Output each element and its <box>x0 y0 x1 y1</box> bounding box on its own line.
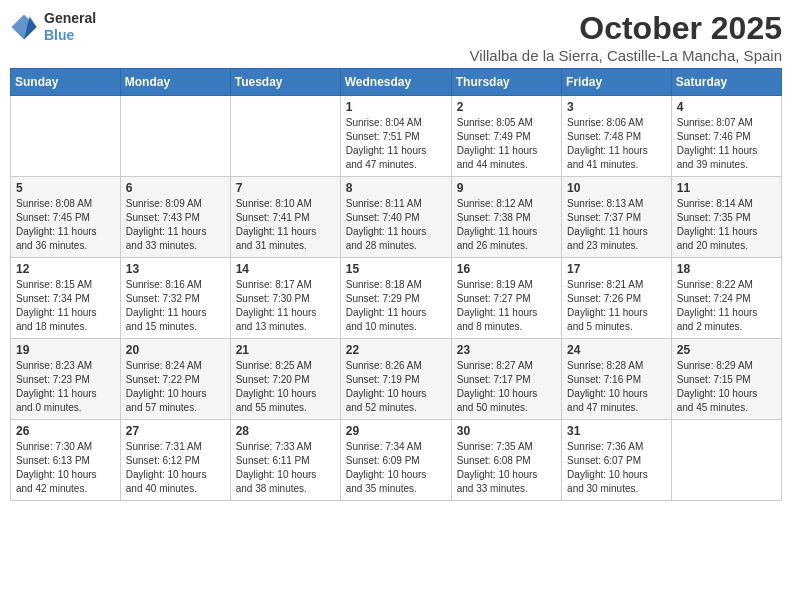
day-number: 29 <box>346 424 446 438</box>
day-info: Sunrise: 8:27 AM Sunset: 7:17 PM Dayligh… <box>457 359 556 415</box>
weekday-header-sunday: Sunday <box>11 69 121 96</box>
calendar-cell: 23Sunrise: 8:27 AM Sunset: 7:17 PM Dayli… <box>451 339 561 420</box>
calendar-cell: 7Sunrise: 8:10 AM Sunset: 7:41 PM Daylig… <box>230 177 340 258</box>
day-info: Sunrise: 8:29 AM Sunset: 7:15 PM Dayligh… <box>677 359 776 415</box>
calendar-cell: 26Sunrise: 7:30 AM Sunset: 6:13 PM Dayli… <box>11 420 121 501</box>
day-number: 15 <box>346 262 446 276</box>
header: General Blue October 2025 Villalba de la… <box>10 10 782 64</box>
weekday-header-monday: Monday <box>120 69 230 96</box>
day-info: Sunrise: 8:22 AM Sunset: 7:24 PM Dayligh… <box>677 278 776 334</box>
day-info: Sunrise: 8:21 AM Sunset: 7:26 PM Dayligh… <box>567 278 666 334</box>
calendar-cell: 10Sunrise: 8:13 AM Sunset: 7:37 PM Dayli… <box>562 177 672 258</box>
day-number: 13 <box>126 262 225 276</box>
calendar-cell: 18Sunrise: 8:22 AM Sunset: 7:24 PM Dayli… <box>671 258 781 339</box>
calendar-cell: 9Sunrise: 8:12 AM Sunset: 7:38 PM Daylig… <box>451 177 561 258</box>
day-number: 3 <box>567 100 666 114</box>
calendar-cell: 3Sunrise: 8:06 AM Sunset: 7:48 PM Daylig… <box>562 96 672 177</box>
weekday-header-saturday: Saturday <box>671 69 781 96</box>
calendar-cell: 25Sunrise: 8:29 AM Sunset: 7:15 PM Dayli… <box>671 339 781 420</box>
week-row-3: 12Sunrise: 8:15 AM Sunset: 7:34 PM Dayli… <box>11 258 782 339</box>
week-row-2: 5Sunrise: 8:08 AM Sunset: 7:45 PM Daylig… <box>11 177 782 258</box>
day-number: 18 <box>677 262 776 276</box>
day-info: Sunrise: 8:28 AM Sunset: 7:16 PM Dayligh… <box>567 359 666 415</box>
day-info: Sunrise: 8:16 AM Sunset: 7:32 PM Dayligh… <box>126 278 225 334</box>
calendar-cell <box>671 420 781 501</box>
day-number: 28 <box>236 424 335 438</box>
calendar-cell: 20Sunrise: 8:24 AM Sunset: 7:22 PM Dayli… <box>120 339 230 420</box>
day-info: Sunrise: 8:15 AM Sunset: 7:34 PM Dayligh… <box>16 278 115 334</box>
day-number: 30 <box>457 424 556 438</box>
weekday-header-wednesday: Wednesday <box>340 69 451 96</box>
day-number: 20 <box>126 343 225 357</box>
logo: General Blue <box>10 10 96 44</box>
logo-icon <box>10 13 38 41</box>
weekday-header-row: SundayMondayTuesdayWednesdayThursdayFrid… <box>11 69 782 96</box>
day-number: 26 <box>16 424 115 438</box>
day-info: Sunrise: 7:31 AM Sunset: 6:12 PM Dayligh… <box>126 440 225 496</box>
day-number: 1 <box>346 100 446 114</box>
day-info: Sunrise: 8:11 AM Sunset: 7:40 PM Dayligh… <box>346 197 446 253</box>
day-info: Sunrise: 8:26 AM Sunset: 7:19 PM Dayligh… <box>346 359 446 415</box>
day-number: 24 <box>567 343 666 357</box>
day-info: Sunrise: 8:07 AM Sunset: 7:46 PM Dayligh… <box>677 116 776 172</box>
day-number: 11 <box>677 181 776 195</box>
calendar-cell: 11Sunrise: 8:14 AM Sunset: 7:35 PM Dayli… <box>671 177 781 258</box>
day-number: 21 <box>236 343 335 357</box>
day-info: Sunrise: 8:14 AM Sunset: 7:35 PM Dayligh… <box>677 197 776 253</box>
day-number: 16 <box>457 262 556 276</box>
day-info: Sunrise: 7:34 AM Sunset: 6:09 PM Dayligh… <box>346 440 446 496</box>
calendar-cell: 15Sunrise: 8:18 AM Sunset: 7:29 PM Dayli… <box>340 258 451 339</box>
logo-line2: Blue <box>44 27 96 44</box>
day-info: Sunrise: 8:13 AM Sunset: 7:37 PM Dayligh… <box>567 197 666 253</box>
day-number: 2 <box>457 100 556 114</box>
day-info: Sunrise: 8:23 AM Sunset: 7:23 PM Dayligh… <box>16 359 115 415</box>
day-info: Sunrise: 7:33 AM Sunset: 6:11 PM Dayligh… <box>236 440 335 496</box>
calendar-cell: 1Sunrise: 8:04 AM Sunset: 7:51 PM Daylig… <box>340 96 451 177</box>
day-number: 19 <box>16 343 115 357</box>
calendar-cell: 6Sunrise: 8:09 AM Sunset: 7:43 PM Daylig… <box>120 177 230 258</box>
day-number: 6 <box>126 181 225 195</box>
calendar-cell <box>120 96 230 177</box>
calendar-cell: 2Sunrise: 8:05 AM Sunset: 7:49 PM Daylig… <box>451 96 561 177</box>
calendar-cell: 8Sunrise: 8:11 AM Sunset: 7:40 PM Daylig… <box>340 177 451 258</box>
day-number: 22 <box>346 343 446 357</box>
logo-text: General Blue <box>44 10 96 44</box>
day-info: Sunrise: 8:08 AM Sunset: 7:45 PM Dayligh… <box>16 197 115 253</box>
month-title: October 2025 <box>470 10 782 47</box>
logo-line1: General <box>44 10 96 27</box>
day-info: Sunrise: 7:36 AM Sunset: 6:07 PM Dayligh… <box>567 440 666 496</box>
day-number: 25 <box>677 343 776 357</box>
calendar-cell: 31Sunrise: 7:36 AM Sunset: 6:07 PM Dayli… <box>562 420 672 501</box>
day-info: Sunrise: 8:18 AM Sunset: 7:29 PM Dayligh… <box>346 278 446 334</box>
day-number: 4 <box>677 100 776 114</box>
day-info: Sunrise: 8:06 AM Sunset: 7:48 PM Dayligh… <box>567 116 666 172</box>
calendar-cell <box>11 96 121 177</box>
day-info: Sunrise: 8:17 AM Sunset: 7:30 PM Dayligh… <box>236 278 335 334</box>
day-info: Sunrise: 7:35 AM Sunset: 6:08 PM Dayligh… <box>457 440 556 496</box>
calendar-cell: 21Sunrise: 8:25 AM Sunset: 7:20 PM Dayli… <box>230 339 340 420</box>
calendar-cell: 29Sunrise: 7:34 AM Sunset: 6:09 PM Dayli… <box>340 420 451 501</box>
day-number: 8 <box>346 181 446 195</box>
day-number: 5 <box>16 181 115 195</box>
day-number: 10 <box>567 181 666 195</box>
calendar-cell: 24Sunrise: 8:28 AM Sunset: 7:16 PM Dayli… <box>562 339 672 420</box>
calendar-cell: 19Sunrise: 8:23 AM Sunset: 7:23 PM Dayli… <box>11 339 121 420</box>
week-row-5: 26Sunrise: 7:30 AM Sunset: 6:13 PM Dayli… <box>11 420 782 501</box>
day-info: Sunrise: 7:30 AM Sunset: 6:13 PM Dayligh… <box>16 440 115 496</box>
title-area: October 2025 Villalba de la Sierra, Cast… <box>470 10 782 64</box>
week-row-4: 19Sunrise: 8:23 AM Sunset: 7:23 PM Dayli… <box>11 339 782 420</box>
day-info: Sunrise: 8:12 AM Sunset: 7:38 PM Dayligh… <box>457 197 556 253</box>
day-number: 23 <box>457 343 556 357</box>
day-info: Sunrise: 8:09 AM Sunset: 7:43 PM Dayligh… <box>126 197 225 253</box>
day-number: 14 <box>236 262 335 276</box>
day-number: 9 <box>457 181 556 195</box>
day-number: 12 <box>16 262 115 276</box>
location-subtitle: Villalba de la Sierra, Castille-La Manch… <box>470 47 782 64</box>
calendar-cell: 13Sunrise: 8:16 AM Sunset: 7:32 PM Dayli… <box>120 258 230 339</box>
day-info: Sunrise: 8:25 AM Sunset: 7:20 PM Dayligh… <box>236 359 335 415</box>
calendar-cell: 5Sunrise: 8:08 AM Sunset: 7:45 PM Daylig… <box>11 177 121 258</box>
calendar-cell: 14Sunrise: 8:17 AM Sunset: 7:30 PM Dayli… <box>230 258 340 339</box>
day-number: 7 <box>236 181 335 195</box>
calendar-cell: 17Sunrise: 8:21 AM Sunset: 7:26 PM Dayli… <box>562 258 672 339</box>
day-info: Sunrise: 8:24 AM Sunset: 7:22 PM Dayligh… <box>126 359 225 415</box>
